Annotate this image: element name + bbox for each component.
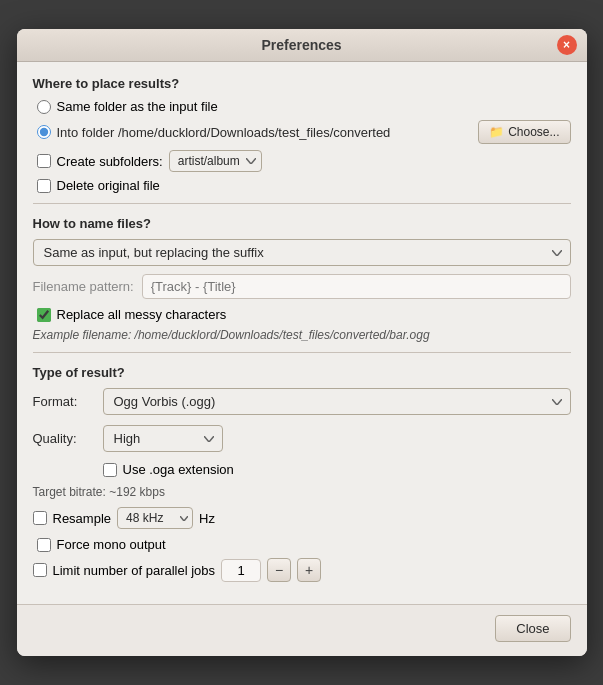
jobs-increment-button[interactable]: + [297, 558, 321, 582]
into-folder-radio[interactable] [37, 125, 51, 139]
quality-select[interactable]: High Medium Low [103, 425, 223, 452]
create-subfolders-label: Create subfolders: [57, 154, 163, 169]
hz-select[interactable]: 48 kHz 44.1 kHz 22 kHz [117, 507, 193, 529]
limit-jobs-checkbox[interactable] [33, 563, 47, 577]
replace-messy-label: Replace all messy characters [57, 307, 227, 322]
naming-select[interactable]: Same as input, but replacing the suffix … [33, 239, 571, 266]
close-x-button[interactable]: × [557, 35, 577, 55]
dialog-footer: Close [17, 604, 587, 656]
jobs-decrement-button[interactable]: − [267, 558, 291, 582]
choose-button[interactable]: 📁 Choose... [478, 120, 570, 144]
folder-icon: 📁 [489, 125, 504, 139]
delete-original-label: Delete original file [57, 178, 160, 193]
quality-row: Quality: High Medium Low [33, 425, 571, 452]
replace-messy-checkbox[interactable] [37, 308, 51, 322]
example-path: /home/ducklord/Downloads/test_files/conv… [131, 328, 429, 342]
force-mono-checkbox[interactable] [37, 538, 51, 552]
quality-label: Quality: [33, 431, 93, 446]
divider-1 [33, 203, 571, 204]
delete-original-checkbox[interactable] [37, 179, 51, 193]
create-subfolders-checkbox[interactable] [37, 154, 51, 168]
pattern-label: Filename pattern: [33, 279, 134, 294]
delete-original-row: Delete original file [33, 178, 571, 193]
same-folder-radio[interactable] [37, 100, 51, 114]
same-folder-row: Same folder as the input file [33, 99, 571, 114]
hz-suffix: Hz [199, 511, 215, 526]
subfolder-row: Create subfolders: artist/album artist a… [33, 150, 571, 172]
oga-row: Use .oga extension [33, 462, 571, 477]
bitrate-text: Target bitrate: ~192 kbps [33, 485, 571, 499]
subfolder-select[interactable]: artist/album artist album [169, 150, 262, 172]
replace-messy-row: Replace all messy characters [33, 307, 571, 322]
resample-checkbox[interactable] [33, 511, 47, 525]
dialog-content: Where to place results? Same folder as t… [17, 62, 587, 604]
oga-label: Use .oga extension [123, 462, 234, 477]
preferences-dialog: Preferences × Where to place results? Sa… [17, 29, 587, 656]
type-section-header: Type of result? [33, 365, 571, 380]
where-section-header: Where to place results? [33, 76, 571, 91]
into-folder-row: Into folder /home/ducklord/Downloads/tes… [33, 120, 571, 144]
force-mono-row: Force mono output [33, 537, 571, 552]
choose-label: Choose... [508, 125, 559, 139]
close-dialog-button[interactable]: Close [495, 615, 570, 642]
dialog-title: Preferences [261, 37, 341, 53]
format-row: Format: Ogg Vorbis (.ogg) MP3 (.mp3) FLA… [33, 388, 571, 415]
force-mono-label: Force mono output [57, 537, 166, 552]
pattern-row: Filename pattern: [33, 274, 571, 299]
format-label: Format: [33, 394, 93, 409]
into-folder-label: Into folder /home/ducklord/Downloads/tes… [57, 125, 473, 140]
resample-row: Resample 48 kHz 44.1 kHz 22 kHz Hz [33, 507, 571, 529]
pattern-input[interactable] [142, 274, 571, 299]
example-filename-line: Example filename: /home/ducklord/Downloa… [33, 328, 571, 342]
limit-jobs-label: Limit number of parallel jobs [53, 563, 216, 578]
jobs-row: Limit number of parallel jobs − + [33, 558, 571, 582]
jobs-number-input[interactable] [221, 559, 261, 582]
oga-checkbox[interactable] [103, 463, 117, 477]
resample-label: Resample [53, 511, 112, 526]
example-prefix: Example filename: [33, 328, 132, 342]
title-bar: Preferences × [17, 29, 587, 62]
naming-section-header: How to name files? [33, 216, 571, 231]
divider-2 [33, 352, 571, 353]
format-select[interactable]: Ogg Vorbis (.ogg) MP3 (.mp3) FLAC (.flac… [103, 388, 571, 415]
same-folder-label: Same folder as the input file [57, 99, 218, 114]
